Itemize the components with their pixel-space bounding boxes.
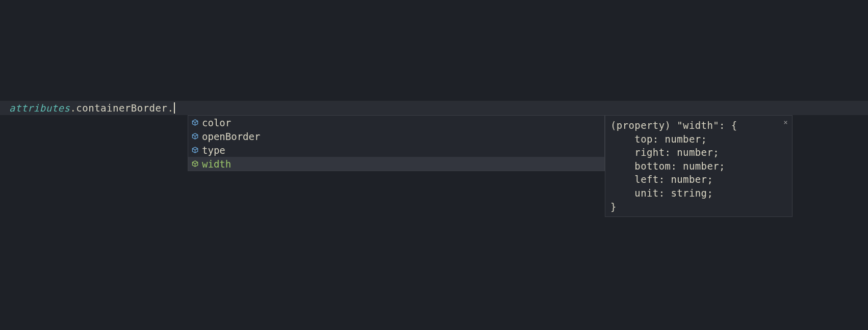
cube-icon bbox=[191, 160, 199, 168]
cube-icon bbox=[191, 132, 199, 140]
doc-line: unit: string; bbox=[610, 186, 787, 200]
suggest-item-type[interactable]: type bbox=[188, 143, 604, 157]
text-cursor bbox=[174, 102, 175, 114]
code-line[interactable]: attributes.containerBorder. bbox=[0, 101, 868, 115]
suggest-label: color bbox=[202, 117, 231, 128]
doc-line: right: number; bbox=[610, 146, 787, 159]
documentation-popup: × (property) "width": { top: number; rig… bbox=[605, 115, 793, 217]
token-dot: . bbox=[70, 102, 76, 114]
token-dot: . bbox=[167, 102, 173, 114]
suggest-label: openBorder bbox=[202, 131, 260, 142]
suggest-label: width bbox=[202, 158, 231, 170]
cube-icon bbox=[191, 119, 199, 126]
doc-line: } bbox=[610, 200, 787, 214]
doc-line: top: number; bbox=[610, 132, 787, 146]
token-attributes: attributes bbox=[9, 102, 70, 114]
suggest-item-width[interactable]: width bbox=[188, 157, 604, 171]
suggest-item-color[interactable]: color bbox=[188, 116, 604, 129]
doc-line: (property) "width": { bbox=[610, 119, 787, 132]
autocomplete-popup: color openBorder type width bbox=[188, 115, 605, 171]
doc-line: bottom: number; bbox=[610, 159, 787, 173]
doc-line: left: number; bbox=[610, 173, 787, 186]
suggest-item-openborder[interactable]: openBorder bbox=[188, 129, 604, 143]
suggest-label: type bbox=[202, 145, 225, 156]
token-property: containerBorder bbox=[76, 102, 167, 114]
close-icon[interactable]: × bbox=[783, 119, 788, 126]
cube-icon bbox=[191, 146, 199, 154]
